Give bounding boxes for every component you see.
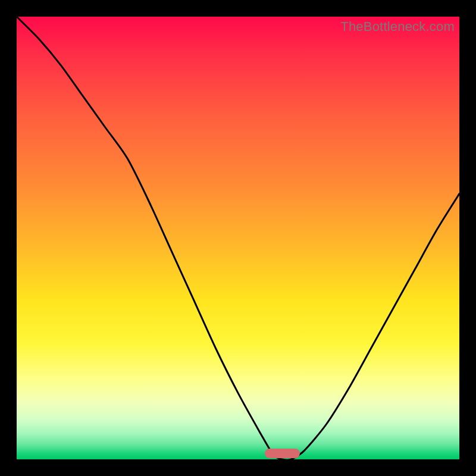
optimal-range-pill <box>265 449 300 458</box>
curve-path <box>17 17 459 459</box>
plot-area: TheBottleneck.com <box>17 17 459 459</box>
chart-frame: TheBottleneck.com <box>0 0 476 476</box>
bottleneck-curve <box>17 17 459 459</box>
